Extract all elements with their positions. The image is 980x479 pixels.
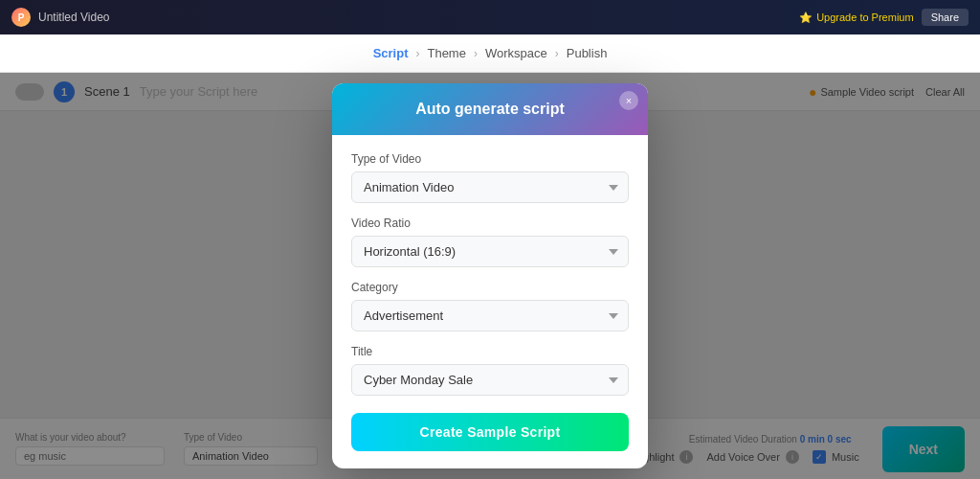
nav-step-publish[interactable]: Publish: [567, 46, 608, 60]
video-ratio-group: Video Ratio Horizontal (16:9) Vertical (…: [351, 217, 629, 267]
category-select[interactable]: Advertisement Education Entertainment Bu…: [351, 300, 629, 331]
share-button[interactable]: Share: [922, 9, 969, 26]
nav-arrow-1: ›: [415, 47, 419, 60]
close-icon: ×: [626, 95, 632, 106]
video-ratio-select[interactable]: Horizontal (16:9) Vertical (9:16) Square…: [351, 236, 629, 267]
nav-step-script[interactable]: Script: [373, 46, 409, 60]
title-group: Title Cyber Monday Sale Black Friday Sal…: [351, 345, 629, 396]
type-of-video-group: Type of Video Animation Video Explainer …: [351, 152, 629, 203]
video-ratio-label: Video Ratio: [351, 217, 629, 230]
star-icon: ⭐: [799, 11, 813, 24]
category-group: Category Advertisement Education Enterta…: [351, 281, 629, 331]
app-logo: P: [11, 8, 31, 27]
modal-overlay: Auto generate script × Type of Video Ani…: [0, 73, 980, 479]
modal-body: Type of Video Animation Video Explainer …: [332, 135, 648, 468]
title-select[interactable]: Cyber Monday Sale Black Friday Sale Summ…: [351, 364, 629, 396]
modal-header: Auto generate script ×: [332, 83, 648, 135]
category-label: Category: [351, 281, 629, 294]
modal-close-button[interactable]: ×: [619, 91, 638, 110]
nav-arrow-3: ›: [555, 47, 559, 60]
type-of-video-select[interactable]: Animation Video Explainer Video Promotio…: [351, 171, 629, 203]
top-bar-right: ⭐ Upgrade to Premium Share: [799, 9, 969, 26]
title-field-label: Title: [351, 345, 629, 358]
top-bar: P Untitled Video ⭐ Upgrade to Premium Sh…: [0, 0, 980, 34]
app-title: Untitled Video: [38, 11, 110, 24]
top-bar-left: P Untitled Video: [11, 8, 110, 27]
nav-step-workspace[interactable]: Workspace: [485, 46, 547, 60]
nav-bar: Script › Theme › Workspace › Publish: [0, 34, 980, 73]
nav-arrow-2: ›: [474, 47, 478, 60]
nav-step-theme[interactable]: Theme: [427, 46, 465, 60]
upgrade-button[interactable]: ⭐ Upgrade to Premium: [799, 11, 914, 24]
modal-title: Auto generate script: [415, 101, 565, 117]
auto-generate-modal: Auto generate script × Type of Video Ani…: [332, 83, 648, 468]
main-content: 1 Scene 1 Type your Script here ● Sample…: [0, 73, 980, 479]
type-of-video-label: Type of Video: [351, 152, 629, 166]
create-sample-script-button[interactable]: Create Sample Script: [351, 413, 629, 451]
